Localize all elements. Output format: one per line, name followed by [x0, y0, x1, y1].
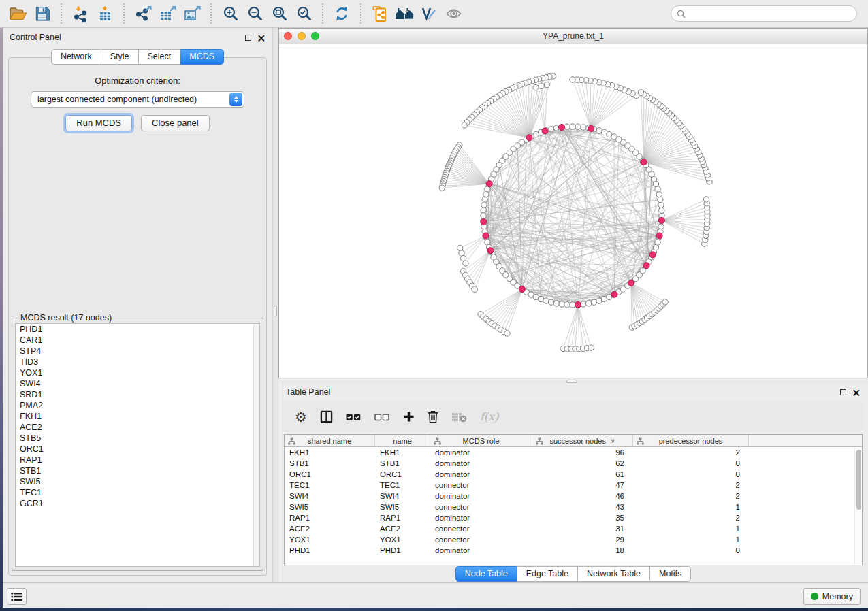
tab-style[interactable]: Style	[101, 49, 139, 65]
vertical-splitter[interactable]	[272, 28, 278, 582]
column-chooser-icon[interactable]	[320, 410, 333, 423]
import-network-icon[interactable]	[68, 3, 93, 24]
open-file-icon[interactable]	[5, 3, 30, 24]
table-settings-icon[interactable]: ⚙	[295, 410, 307, 424]
show-panels-list-button[interactable]	[7, 588, 27, 605]
table-scrollbar[interactable]	[854, 448, 861, 564]
table-cell: SWI4	[285, 491, 375, 501]
list-icon	[11, 592, 22, 601]
tab-network-table[interactable]: Network Table	[578, 566, 650, 582]
splitter-grip[interactable]	[566, 380, 577, 383]
mcds-result-item[interactable]: FKH1	[16, 411, 259, 422]
export-network-icon[interactable]	[131, 3, 155, 24]
network-window-titlebar[interactable]: YPA_prune.txt_1	[279, 29, 867, 44]
tab-select[interactable]: Select	[139, 49, 181, 65]
mcds-result-item[interactable]: ACE2	[16, 422, 259, 433]
table-row[interactable]: ACE2ACE2connector311	[285, 523, 862, 534]
mcds-result-list[interactable]: PHD1CAR1STP4TID3YOX1SWI4SRD1PMA2FKH1ACE2…	[15, 323, 260, 567]
optimization-criterion-label: Optimization criterion:	[9, 76, 266, 86]
network-graph[interactable]	[279, 44, 867, 378]
selected-criterion: largest connected component (undirected)	[31, 95, 229, 104]
close-panel-icon[interactable]: ⨯	[852, 389, 861, 395]
tab-node-table[interactable]: Node Table	[455, 566, 517, 582]
mcds-result-item[interactable]: GCR1	[16, 498, 259, 509]
close-panel-icon[interactable]: ⨯	[257, 35, 266, 41]
run-mcds-button[interactable]: Run MCDS	[65, 115, 132, 131]
export-image-icon[interactable]	[180, 3, 204, 24]
mcds-result-item[interactable]: SRD1	[16, 389, 259, 400]
tab-mcds[interactable]: MCDS	[180, 49, 224, 65]
mcds-result-item[interactable]: SWI5	[16, 476, 259, 487]
horizontal-splitter[interactable]	[278, 378, 868, 384]
table-panel-title: Table Panel	[286, 387, 330, 397]
mcds-result-item[interactable]: PMA2	[16, 400, 259, 411]
paint-style-icon[interactable]	[417, 3, 441, 24]
unselect-all-columns-icon[interactable]	[374, 413, 390, 421]
close-panel-button[interactable]: Close panel	[141, 115, 210, 131]
zoom-in-icon[interactable]	[218, 3, 242, 24]
zoom-selected-icon[interactable]	[291, 3, 316, 24]
mcds-result-item[interactable]: RAP1	[16, 455, 259, 465]
column-header-name[interactable]: name	[375, 435, 430, 446]
mcds-result-item[interactable]: STP4	[16, 346, 259, 357]
search-box[interactable]	[671, 5, 857, 22]
table-cell: connector	[430, 501, 532, 512]
tab-network[interactable]: Network	[51, 49, 101, 65]
table-row[interactable]: YOX1YOX1connector291	[285, 534, 862, 545]
column-header-shared-name[interactable]: shared name	[285, 435, 375, 446]
table-row[interactable]: SWI4SWI4dominator462	[285, 491, 862, 501]
new-network-from-selection-icon[interactable]	[368, 3, 392, 24]
column-header-mcds-role[interactable]: MCDS role	[430, 435, 532, 446]
import-table-icon[interactable]	[93, 3, 117, 24]
mcds-result-item[interactable]: TEC1	[16, 487, 259, 498]
column-header-predecessor-nodes[interactable]: predecessor nodes	[633, 435, 749, 446]
optimization-criterion-select[interactable]: largest connected component (undirected)	[31, 91, 244, 108]
float-panel-icon[interactable]	[245, 35, 251, 41]
mcds-result-item[interactable]: STB1	[16, 465, 259, 476]
table-row[interactable]: PHD1PHD1dominator180	[285, 545, 862, 556]
mcds-result-item[interactable]: CAR1	[16, 335, 259, 346]
mcds-result-item[interactable]: ORC1	[16, 444, 259, 455]
column-header-successor-nodes[interactable]: successor nodes∨	[532, 435, 633, 446]
node-table: shared namenameMCDS rolesuccessor nodes∨…	[284, 434, 863, 565]
export-table-icon[interactable]	[155, 3, 180, 24]
memory-button[interactable]: Memory	[803, 588, 861, 605]
save-session-icon[interactable]	[30, 3, 54, 24]
mcds-result-item[interactable]: STB5	[16, 433, 259, 444]
table-cell: RAP1	[375, 512, 430, 523]
table-cell: 0	[633, 458, 749, 469]
mcds-result-item[interactable]: SWI4	[16, 378, 259, 389]
table-row[interactable]: SWI5SWI5connector431	[285, 501, 862, 512]
zoom-out-icon[interactable]	[242, 3, 267, 24]
select-all-columns-icon[interactable]	[346, 413, 361, 421]
control-tabs: NetworkStyleSelectMCDS	[3, 49, 272, 65]
control-panel: Control Panel ⨯ NetworkStyleSelectMCDS O…	[3, 28, 272, 582]
network-view-canvas[interactable]	[279, 44, 867, 378]
tab-edge-table[interactable]: Edge Table	[517, 566, 578, 582]
table-cell: 61	[532, 469, 633, 480]
tab-motifs[interactable]: Motifs	[650, 566, 691, 582]
sort-indicator-icon[interactable]: ∨	[611, 437, 615, 444]
table-row[interactable]: RAP1RAP1dominator352	[285, 512, 862, 523]
table-row[interactable]: ORC1ORC1dominator610	[285, 469, 862, 480]
network-window-title: YPA_prune.txt_1	[279, 31, 867, 41]
control-panel-title: Control Panel	[10, 33, 61, 42]
table-row[interactable]: STB1STB1dominator620	[285, 458, 862, 469]
table-row[interactable]: TEC1TEC1connector472	[285, 480, 862, 491]
search-input[interactable]	[689, 9, 851, 18]
add-column-icon[interactable]	[403, 411, 415, 423]
table-row[interactable]: FKH1FKH1dominator962	[285, 447, 862, 458]
float-panel-icon[interactable]	[840, 389, 846, 395]
mcds-result-item[interactable]: PHD1	[16, 324, 259, 335]
splitter-grip[interactable]	[274, 306, 277, 316]
show-hide-details-icon[interactable]	[441, 3, 466, 24]
table-scrollbar-thumb[interactable]	[856, 450, 861, 510]
table-body: FKH1FKH1dominator962STB1STB1dominator620…	[285, 447, 862, 556]
mcds-result-item[interactable]: TID3	[16, 357, 259, 367]
zoom-fit-icon[interactable]	[267, 3, 291, 24]
first-neighbors-icon[interactable]	[392, 3, 417, 24]
mcds-result-item[interactable]: YOX1	[16, 367, 259, 378]
refresh-network-icon[interactable]	[329, 3, 354, 24]
delete-columns-icon[interactable]	[428, 410, 438, 423]
mcds-list-scrollbar[interactable]	[253, 324, 259, 566]
